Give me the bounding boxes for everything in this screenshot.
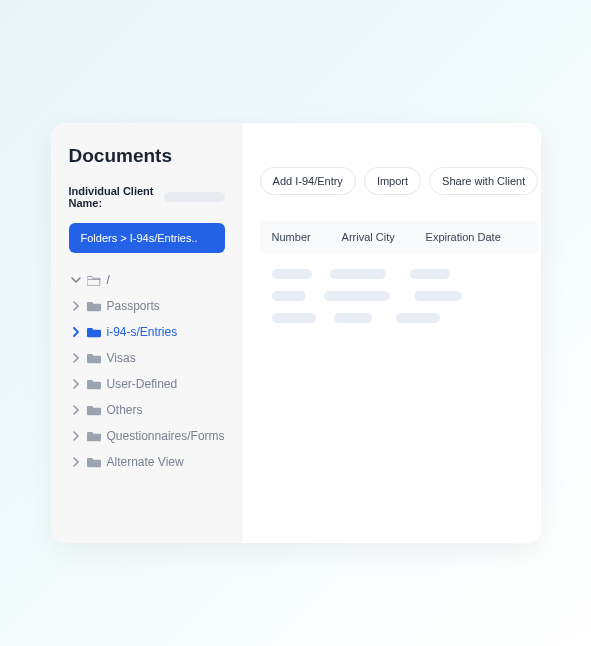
- tree-item-i94-entries[interactable]: i-94-s/Entries: [69, 319, 225, 345]
- tree-item-others[interactable]: Others: [69, 397, 225, 423]
- chevron-right-icon: [71, 301, 81, 311]
- cell-placeholder: [396, 313, 440, 323]
- folder-icon: [87, 378, 101, 390]
- share-with-client-button[interactable]: Share with Client: [429, 167, 538, 195]
- cell-placeholder: [414, 291, 462, 301]
- tree-item-label: Visas: [107, 351, 136, 365]
- cell-placeholder: [272, 291, 306, 301]
- tree-item-label: Others: [107, 403, 143, 417]
- table-row[interactable]: [272, 291, 527, 301]
- tree-item-passports[interactable]: Passports: [69, 293, 225, 319]
- table-row[interactable]: [272, 313, 527, 323]
- cell-placeholder: [330, 269, 386, 279]
- cell-placeholder: [272, 313, 316, 323]
- cell-placeholder: [272, 269, 312, 279]
- chevron-right-icon: [71, 457, 81, 467]
- tree-item-label: User-Defined: [107, 377, 178, 391]
- tree-item-label: Passports: [107, 299, 160, 313]
- tree-item-user-defined[interactable]: User-Defined: [69, 371, 225, 397]
- documents-panel: Documents Individual Client Name: Folder…: [51, 123, 541, 543]
- tree-item-visas[interactable]: Visas: [69, 345, 225, 371]
- breadcrumb[interactable]: Folders > I-94s/Entries..: [69, 223, 225, 253]
- folder-open-icon: [87, 274, 101, 286]
- tree-item-label: i-94-s/Entries: [107, 325, 178, 339]
- chevron-right-icon: [71, 327, 81, 337]
- tree-item-alternate-view[interactable]: Alternate View: [69, 449, 225, 475]
- column-header-arrival-city[interactable]: Arrival City: [342, 231, 408, 243]
- table-body: [260, 269, 539, 323]
- tree-item-label: Alternate View: [107, 455, 184, 469]
- folder-icon: [87, 456, 101, 468]
- column-header-number[interactable]: Number: [272, 231, 324, 243]
- folder-icon: [87, 352, 101, 364]
- chevron-right-icon: [71, 405, 81, 415]
- column-header-expiration-date[interactable]: Expiration Date: [426, 231, 527, 243]
- folder-icon: [87, 326, 101, 338]
- import-button[interactable]: Import: [364, 167, 421, 195]
- folder-icon: [87, 430, 101, 442]
- chevron-right-icon: [71, 431, 81, 441]
- tree-item-label: Questionnaires/Forms: [107, 429, 225, 443]
- cell-placeholder: [324, 291, 390, 301]
- tree-root[interactable]: /: [69, 267, 225, 293]
- cell-placeholder: [334, 313, 372, 323]
- chevron-down-icon: [71, 275, 81, 285]
- chevron-right-icon: [71, 379, 81, 389]
- client-name-row: Individual Client Name:: [69, 185, 225, 209]
- tree-item-questionnaires[interactable]: Questionnaires/Forms: [69, 423, 225, 449]
- add-i94-entry-button[interactable]: Add I-94/Entry: [260, 167, 356, 195]
- table-row[interactable]: [272, 269, 527, 279]
- action-bar: Add I-94/Entry Import Share with Client: [260, 167, 539, 195]
- folder-icon: [87, 300, 101, 312]
- chevron-right-icon: [71, 353, 81, 363]
- folder-icon: [87, 404, 101, 416]
- client-name-placeholder: [164, 192, 224, 202]
- table-header: Number Arrival City Expiration Date: [260, 221, 539, 253]
- client-name-label: Individual Client Name:: [69, 185, 159, 209]
- folder-tree: / Passports: [69, 267, 225, 475]
- page-title: Documents: [69, 145, 225, 167]
- tree-root-label: /: [107, 273, 110, 287]
- sidebar: Documents Individual Client Name: Folder…: [51, 123, 242, 543]
- cell-placeholder: [410, 269, 450, 279]
- main-content: Add I-94/Entry Import Share with Client …: [242, 123, 541, 543]
